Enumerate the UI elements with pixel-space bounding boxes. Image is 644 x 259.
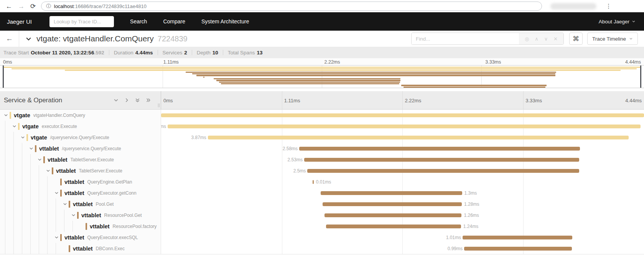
span-bar[interactable] [323, 202, 462, 206]
span-row[interactable]: vttabletQueryExecutor.getConn1.3ms [0, 187, 644, 198]
span-name-cell[interactable]: vttabletResourcePool.factory [0, 221, 161, 232]
expand-chevron-icon[interactable] [28, 146, 34, 151]
match-target-icon[interactable]: ◎ [525, 36, 529, 42]
span-name-cell[interactable]: vtgate/queryservice.Query/Execute [0, 132, 161, 143]
span-timeline-cell[interactable]: 3.87ms [161, 132, 644, 143]
span-bar[interactable] [161, 113, 644, 117]
span-row[interactable]: vttabletTabletServer.Execute2.53ms [0, 154, 644, 165]
span-bar[interactable] [321, 191, 462, 195]
prev-match-icon[interactable]: ∧ [535, 36, 539, 42]
nav-link-search[interactable]: Search [130, 18, 147, 25]
span-name-cell[interactable]: vtgateexecutor.Execute [0, 121, 161, 132]
indent-guides [3, 143, 28, 154]
about-jaeger-menu[interactable]: About Jaeger [599, 19, 636, 25]
nav-link-compare[interactable]: Compare [163, 18, 185, 25]
span-row[interactable]: vttabletTabletServer.Execute2.5ms [0, 165, 644, 176]
expand-chevron-icon[interactable] [62, 202, 68, 206]
span-duration-label: 1.28ms [464, 202, 479, 207]
minimap-canvas[interactable] [0, 65, 644, 88]
jaeger-logo[interactable]: Jaeger UI [7, 18, 32, 25]
span-bar[interactable] [313, 180, 314, 184]
trace-id-lookup-input[interactable] [49, 16, 114, 27]
span-timeline-cell[interactable]: 2.53ms [161, 154, 644, 165]
trace-view-dropdown[interactable]: Trace Timeline [587, 33, 638, 45]
find-input[interactable] [412, 33, 519, 44]
span-bar[interactable] [463, 236, 572, 239]
address-bar[interactable]: ⓘ localhost:16686/trace/7224839c11ae4810 [41, 2, 542, 11]
expand-chevron-icon[interactable] [37, 157, 42, 162]
span-row[interactable]: vtgateexecutor.Executems [0, 121, 644, 132]
span-name-cell[interactable]: vttablet/queryservice.Query/Execute [0, 143, 161, 154]
span-bar[interactable] [304, 158, 579, 162]
expand-chevron-icon[interactable] [54, 191, 59, 195]
indent-guides [3, 243, 62, 254]
span-bar[interactable] [168, 125, 641, 128]
span-timeline-cell[interactable]: 0.01ms [161, 176, 644, 187]
browser-menu-icon[interactable]: ⋮ [606, 3, 611, 10]
span-bar[interactable] [326, 225, 461, 228]
expand-chevron-icon[interactable] [3, 113, 8, 117]
span-timeline-cell[interactable]: 0.99ms [161, 243, 644, 254]
span-row[interactable]: vttabletQueryEngine.GetPlan0.01ms [0, 176, 644, 187]
span-timeline-cell[interactable]: 1.26ms [161, 210, 644, 221]
span-name-cell[interactable]: vtgatevtgateHandler.ComQuery [0, 110, 161, 121]
operation-name: QueryEngine.GetPlan [87, 179, 132, 185]
next-match-icon[interactable]: ∨ [544, 36, 548, 42]
span-row[interactable]: vttabletPool.Get1.28ms [0, 198, 644, 210]
span-name-cell[interactable]: vttabletTabletServer.Execute [0, 154, 161, 165]
span-bar[interactable] [208, 136, 629, 139]
service-operation-title: Service & Operation [4, 97, 62, 104]
span-timeline-cell[interactable]: 1.3ms [161, 187, 644, 198]
span-row[interactable]: vttabletResourcePool.factory1.24ms [0, 221, 644, 232]
span-timeline-cell[interactable]: 1.01ms [161, 232, 644, 243]
expand-chevron-icon[interactable] [71, 213, 76, 217]
column-resize-grip[interactable] [158, 103, 160, 107]
minimap-right-handle[interactable] [640, 66, 641, 88]
site-info-icon[interactable]: ⓘ [46, 3, 51, 10]
expand-chevron-icon[interactable] [54, 235, 59, 239]
span-timeline-cell[interactable]: 2.58ms [161, 143, 644, 154]
span-bar[interactable] [464, 247, 572, 251]
nav-link-system-architecture[interactable]: System Architecture [201, 18, 249, 25]
span-name-cell[interactable]: vttabletQueryExecutor.execSQL [0, 232, 161, 243]
browser-reload-icon[interactable]: ⟳ [30, 3, 36, 10]
expand-chevron-icon[interactable] [20, 135, 25, 139]
span-timeline-cell[interactable] [161, 110, 644, 121]
collapse-one-icon[interactable] [114, 98, 119, 103]
service-name: vttablet [64, 234, 84, 241]
span-name-cell[interactable]: vttabletPool.Get [0, 198, 161, 210]
back-button[interactable]: ← [0, 31, 19, 47]
span-timeline-cell[interactable]: 2.5ms [161, 165, 644, 176]
collapse-all-icon[interactable] [135, 98, 140, 103]
span-row[interactable]: vttabletQueryExecutor.execSQL1.01ms [0, 232, 644, 243]
expand-chevron-icon[interactable] [12, 124, 17, 128]
minimap-left-handle[interactable] [3, 66, 4, 88]
span-bar[interactable] [324, 213, 461, 217]
expand-one-icon[interactable] [124, 98, 129, 103]
clear-find-icon[interactable]: ✕ [553, 36, 558, 42]
span-row[interactable]: vttabletDBConn.Exec0.99ms [0, 243, 644, 254]
span-timeline-cell[interactable]: 1.24ms [161, 221, 644, 232]
span-row[interactable]: vtgatevtgateHandler.ComQuery [0, 110, 644, 121]
span-row[interactable]: vtgate/queryservice.Query/Execute3.87ms [0, 132, 644, 143]
minimap-span-area[interactable] [3, 66, 641, 88]
span-bar[interactable] [299, 147, 580, 151]
service-color-swatch [18, 123, 20, 130]
expand-all-icon[interactable] [146, 98, 151, 103]
span-row[interactable]: vttablet/queryservice.Query/Execute2.58m… [0, 143, 644, 154]
keyboard-shortcuts-button[interactable]: ⌘ [569, 33, 583, 45]
browser-back-icon[interactable]: ← [6, 3, 12, 10]
span-bar[interactable] [307, 169, 579, 173]
span-timeline-cell[interactable]: ms [161, 121, 644, 132]
browser-forward-icon[interactable]: → [18, 3, 25, 10]
span-name-cell[interactable]: vttabletTabletServer.Execute [0, 165, 161, 176]
span-name-cell[interactable]: vttabletQueryEngine.GetPlan [0, 176, 161, 187]
spacer [0, 88, 644, 91]
span-timeline-cell[interactable]: 1.28ms [161, 198, 644, 210]
expand-chevron-icon[interactable] [45, 169, 51, 173]
span-name-cell[interactable]: vttabletDBConn.Exec [0, 243, 161, 254]
span-row[interactable]: vttabletResourcePool.Get1.26ms [0, 210, 644, 221]
span-name-cell[interactable]: vttabletResourcePool.Get [0, 210, 161, 221]
span-name-cell[interactable]: vttabletQueryExecutor.getConn [0, 187, 161, 198]
collapse-trace-chevron-icon[interactable] [25, 36, 32, 42]
